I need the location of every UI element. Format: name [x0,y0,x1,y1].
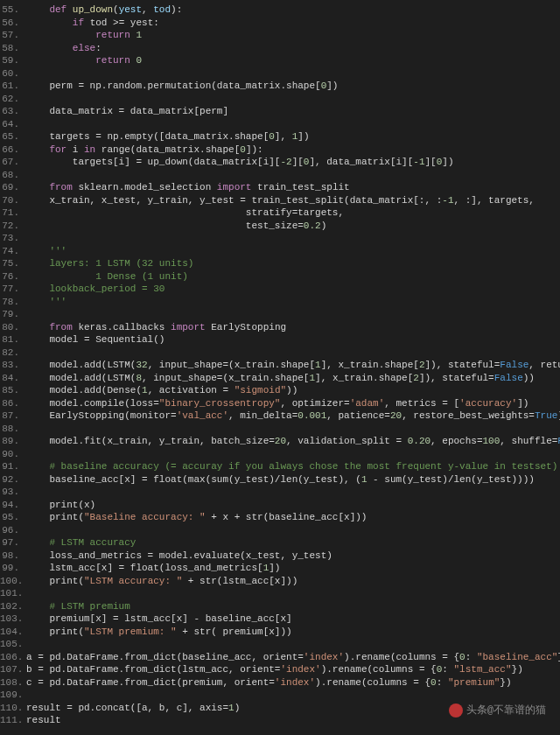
code-line[interactable] [26,232,560,245]
line-number: 104. [0,626,26,639]
code-line[interactable] [26,118,560,131]
line-number: 55. [0,4,26,17]
line-number: 108. [0,676,26,690]
code-line[interactable]: model.fit(x_train, y_train, batch_size=2… [26,435,560,448]
line-number: 82. [0,346,26,360]
code-line[interactable]: c = pd.DataFrame.from_dict(premium, orie… [26,676,560,690]
code-line[interactable] [26,346,560,360]
code-line[interactable] [26,308,560,321]
code-line[interactable] [26,689,560,702]
code-line[interactable]: # baseline accuracy (= accuray if you al… [26,460,560,473]
line-number: 66. [0,144,26,157]
line-number: 98. [0,550,26,563]
line-number: 57. [0,29,26,42]
code-line[interactable]: targets = np.empty([data_matrix.shape[0]… [26,130,560,144]
code-line[interactable]: ''' [26,296,560,309]
code-line[interactable]: a = pd.DataFrame.from_dict(baseline_acc,… [26,651,560,664]
code-line[interactable]: print("LSTM accuracy: " + str(lstm_acc[x… [26,575,560,588]
code-line[interactable]: # LSTM premium [26,600,560,613]
line-number: 111. [0,714,26,727]
line-number: 74. [0,245,26,258]
line-number: 72. [0,220,26,233]
line-number: 80. [0,321,26,334]
line-number: 79. [0,308,26,321]
line-number: 92. [0,473,26,486]
line-number: 90. [0,448,26,461]
code-line[interactable]: 1 Dense (1 unit) [26,270,560,284]
line-number: 107. [0,663,26,676]
code-line[interactable]: data_matrix = data_matrix[perm] [26,105,560,118]
line-number: 76. [0,270,26,284]
line-number: 97. [0,536,26,550]
line-number: 102. [0,600,26,613]
code-line[interactable]: print("LSTM premium: " + str( premium[x]… [26,626,560,639]
code-line[interactable]: model.add(Dense(1, activation = "sigmoid… [26,384,560,397]
line-number: 95. [0,511,26,524]
code-line[interactable]: layers: 1 LSTM (32 units) [26,257,560,270]
code-line[interactable]: baseline_acc[x] = float(max(sum(y_test)/… [26,473,560,486]
code-line[interactable]: perm = np.random.permutation(data_matrix… [26,80,560,93]
code-line[interactable] [26,587,560,600]
line-number: 105. [0,638,26,651]
code-line[interactable]: # LSTM accuracy [26,536,560,550]
line-number: 84. [0,372,26,385]
line-number: 81. [0,333,26,346]
code-line[interactable]: EarlyStopping(monitor='val_acc', min_del… [26,410,560,423]
line-number: 78. [0,296,26,309]
code-line[interactable]: model = Sequential() [26,333,560,346]
line-number: 64. [0,118,26,131]
line-number: 87. [0,410,26,423]
line-number: 106. [0,651,26,664]
code-line[interactable]: else: [26,42,560,55]
line-number: 109. [0,689,26,702]
code-line[interactable]: premium[x] = lstm_acc[x] - baseline_acc[… [26,612,560,626]
watermark: 头条@不靠谱的猫 [445,702,550,719]
code-line[interactable]: from sklearn.model_selection import trai… [26,181,560,194]
line-number: 58. [0,42,26,55]
code-line[interactable]: targets[i] = up_down(data_matrix[i][-2][… [26,156,560,169]
line-number: 85. [0,384,26,397]
code-line[interactable] [26,448,560,461]
code-line[interactable]: ''' [26,245,560,258]
code-line[interactable]: model.add(LSTM(8, input_shape=(x_train.s… [26,372,560,385]
code-line[interactable] [26,423,560,436]
code-line[interactable] [26,93,560,106]
line-number: 60. [0,67,26,80]
code-line[interactable] [26,67,560,80]
code-line[interactable]: def up_down(yest, tod): [26,4,560,17]
code-line[interactable] [26,524,560,537]
code-editor[interactable]: 55.56.57.58.59.60.61.62.63.64.65.66.67.6… [0,0,560,731]
line-number: 83. [0,359,26,372]
line-number: 69. [0,181,26,194]
code-line[interactable]: print("Baseline accuracy: " + x + str(ba… [26,511,560,524]
code-line[interactable]: lookback_period = 30 [26,283,560,296]
line-number: 68. [0,169,26,182]
code-line[interactable]: x_train, x_test, y_train, y_test = train… [26,194,560,207]
code-line[interactable]: test_size=0.2) [26,220,560,233]
line-number: 65. [0,130,26,144]
code-line[interactable] [26,638,560,651]
line-number: 88. [0,423,26,436]
code-line[interactable]: stratify=targets, [26,206,560,220]
code-line[interactable]: from keras.callbacks import EarlyStoppin… [26,321,560,334]
code-line[interactable]: b = pd.DataFrame.from_dict(lstm_acc, ori… [26,663,560,676]
code-line[interactable]: loss_and_metrics = model.evaluate(x_test… [26,550,560,563]
code-area[interactable]: def up_down(yest, tod): if tod >= yest: … [26,4,560,727]
line-gutter: 55.56.57.58.59.60.61.62.63.64.65.66.67.6… [0,4,26,727]
line-number: 67. [0,156,26,169]
code-line[interactable]: return 1 [26,29,560,42]
code-line[interactable] [26,486,560,499]
line-number: 101. [0,587,26,600]
code-line[interactable]: print(x) [26,499,560,512]
code-line[interactable]: return 0 [26,54,560,67]
line-number: 100. [0,575,26,588]
code-line[interactable]: for i in range(data_matrix.shape[0]): [26,144,560,157]
code-line[interactable]: if tod >= yest: [26,17,560,30]
line-number: 86. [0,397,26,410]
code-line[interactable]: model.add(LSTM(32, input_shape=(x_train.… [26,359,560,372]
line-number: 71. [0,206,26,220]
code-line[interactable]: model.compile(loss="binary_crossentropy"… [26,397,560,410]
code-line[interactable] [26,169,560,182]
code-line[interactable]: lstm_acc[x] = float(loss_and_metrics[1]) [26,562,560,575]
line-number: 77. [0,283,26,296]
